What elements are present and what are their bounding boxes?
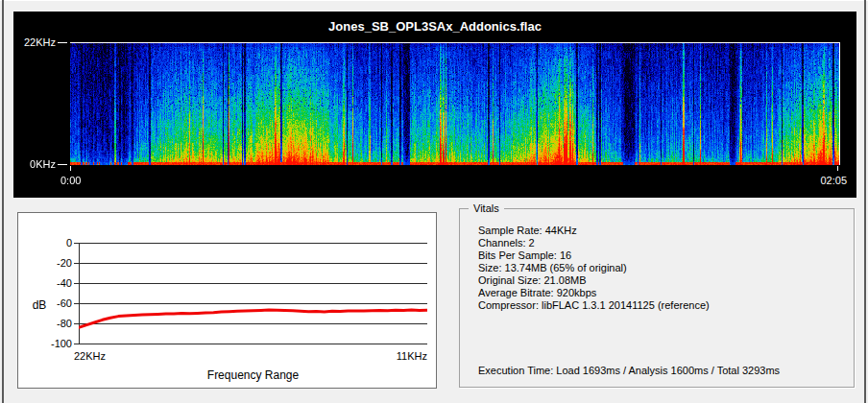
frequency-chart-x-title: Frequency Range: [79, 368, 427, 382]
spectrogram-ybottom-tick: [58, 164, 67, 165]
vitals-average-bitrate: Average Bitrate: 920kbps: [478, 287, 710, 299]
ylabel-100: -100: [34, 338, 72, 349]
spectrogram-time-start-label: 0:00: [60, 175, 81, 186]
gridline-100db: [79, 344, 427, 344]
spectrogram-y-min-label: 0KHz: [13, 158, 56, 170]
spectrogram-ytop-tick: [58, 42, 67, 43]
spectrogram-time-start-tick: [70, 166, 71, 171]
ylabel-20: -20: [34, 257, 72, 269]
spectrogram-y-max-label: 22KHz: [13, 36, 56, 48]
frequency-chart-y-title: dB: [28, 298, 51, 312]
vitals-list: Sample Rate: 44KHz Channels: 2 Bits Per …: [478, 225, 710, 312]
frequency-range-panel: 0 -20 -40 -60 -80 -100 dB 22KHz 11KHz Fr…: [17, 212, 437, 389]
spectrogram-time-end-tick: [837, 166, 838, 171]
ylabel-40: -40: [34, 277, 72, 289]
frequency-chart-x-right-label: 11KHz: [370, 350, 427, 362]
vitals-channels: Channels: 2: [478, 237, 710, 249]
spectrogram-time-end-label: 02:05: [789, 175, 847, 186]
vitals-bits-per-sample: Bits Per Sample: 16: [478, 249, 710, 262]
vitals-groupbox-title: Vitals: [469, 202, 504, 214]
vitals-execution-time: Execution Time: Load 1693ms / Analysis 1…: [478, 365, 780, 376]
vitals-size: Size: 13.74MB (65% of original): [478, 262, 710, 274]
spectrogram-canvas: [70, 43, 839, 165]
spectrogram-panel: Jones_SB_OPL3SAx_Addonics.flac 22KHz 0KH…: [13, 12, 856, 198]
ylabel-0: 0: [34, 237, 72, 249]
window-right-border: [864, 0, 866, 403]
ylabel-80: -80: [34, 318, 72, 329]
spectrogram-plot-frame: [70, 42, 840, 165]
frequency-response-line: [79, 243, 427, 344]
vitals-original-size: Original Size: 21.08MB: [478, 274, 710, 287]
vitals-sample-rate: Sample Rate: 44KHz: [478, 225, 710, 237]
window-left-border: [2, 0, 4, 403]
spectrogram-title: Jones_SB_OPL3SAx_Addonics.flac: [13, 19, 856, 34]
frequency-chart-x-left-label: 22KHz: [74, 350, 106, 362]
vitals-compressor: Compressor: libFLAC 1.3.1 20141125 (refe…: [478, 299, 710, 312]
vitals-groupbox: Vitals Sample Rate: 44KHz Channels: 2 Bi…: [459, 208, 855, 388]
window-top-highlight: [0, 0, 868, 1]
